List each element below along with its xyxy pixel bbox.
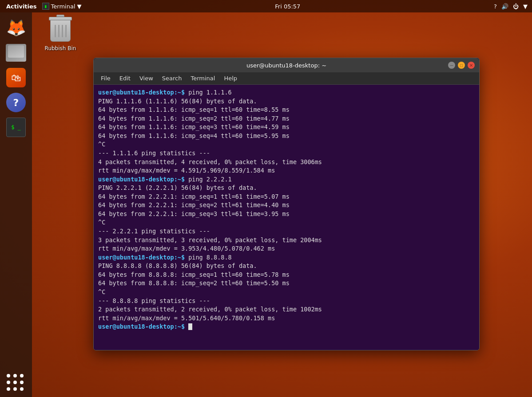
terminal-output-line: 64 bytes from 1.1.1.6: icmp_seq=1 ttl=60… xyxy=(98,106,475,114)
terminal-prompt: user@ubuntu18-desktop:~$ xyxy=(98,176,188,183)
terminal-output-line: --- 2.2.2.1 ping statistics --- xyxy=(98,227,475,236)
terminal-output-line: 64 bytes from 2.2.2.1: icmp_seq=3 ttl=61… xyxy=(98,210,475,219)
menu-search[interactable]: Search xyxy=(159,74,186,83)
desktop: Activities ▮ Terminal ▼ Fri 05:57 ? 🔊 ⏻ … xyxy=(0,0,532,397)
menu-terminal[interactable]: Terminal xyxy=(187,74,218,83)
menu-edit[interactable]: Edit xyxy=(116,74,134,83)
terminal-output-line: PING 1.1.1.6 (1.1.1.6) 56(84) bytes of d… xyxy=(98,97,475,106)
sidebar-item-firefox[interactable]: 🦊 xyxy=(5,17,27,39)
menu-file[interactable]: File xyxy=(97,74,114,83)
terminal-cursor xyxy=(188,323,192,330)
terminal-taskbar-icon: ▮ xyxy=(42,3,49,10)
terminal-titlebar: user@ubuntu18-desktop: ~ ─ □ ✕ xyxy=(94,58,479,72)
firefox-icon: 🦊 xyxy=(6,19,26,37)
menu-view[interactable]: View xyxy=(136,74,157,83)
topbar-left: Activities ▮ Terminal ▼ xyxy=(4,3,82,10)
terminal-output-line: 64 bytes from 1.1.1.6: icmp_seq=4 ttl=60… xyxy=(98,132,475,141)
terminal-output-line: 3 packets transmitted, 3 received, 0% pa… xyxy=(98,236,475,245)
bin-line-3 xyxy=(62,25,63,37)
sidebar-item-help[interactable]: ? xyxy=(5,91,27,114)
topbar: Activities ▮ Terminal ▼ Fri 05:57 ? 🔊 ⏻ … xyxy=(0,0,532,12)
terminal-output-line: PING 8.8.8.8 (8.8.8.8) 56(84) bytes of d… xyxy=(98,262,475,271)
sound-icon[interactable]: 🔊 xyxy=(501,3,508,10)
terminal-output-line: 64 bytes from 2.2.2.1: icmp_seq=1 ttl=61… xyxy=(98,193,475,201)
terminal-output-line: 4 packets transmitted, 4 received, 0% pa… xyxy=(98,158,475,167)
terminal-output-line: --- 1.1.1.6 ping statistics --- xyxy=(98,149,475,158)
terminal-output-line: rtt min/avg/max/mdev = 4.591/5.969/8.559… xyxy=(98,166,475,175)
menu-help[interactable]: Help xyxy=(220,74,241,83)
terminal-output-line: 64 bytes from 1.1.1.6: icmp_seq=2 ttl=60… xyxy=(98,114,475,123)
bin-line-1 xyxy=(55,25,56,37)
dot-2 xyxy=(13,374,17,377)
dot-7 xyxy=(7,387,10,391)
power-icon[interactable]: ⏻ xyxy=(513,3,519,10)
terminal-output-line: 64 bytes from 8.8.8.8: icmp_seq=1 ttl=60… xyxy=(98,271,475,279)
terminal-output-line: 64 bytes from 2.2.2.1: icmp_seq=2 ttl=61… xyxy=(98,201,475,210)
terminal-output-line: 2 packets transmitted, 2 received, 0% pa… xyxy=(98,305,475,314)
terminal-menubar: File Edit View Search Terminal Help xyxy=(94,72,479,85)
dot-8 xyxy=(13,387,17,391)
terminal-window: user@ubuntu18-desktop: ~ ─ □ ✕ File Edit… xyxy=(93,58,480,350)
terminal-output-line: rtt min/avg/max/mdev = 5.501/5.640/5.780… xyxy=(98,314,475,323)
rubbish-bin-icon[interactable]: Rubbish Bin xyxy=(43,17,78,51)
bin-lid xyxy=(49,17,72,20)
help-icon: ? xyxy=(6,93,26,112)
bin-lid-handle xyxy=(56,15,64,17)
activities-button[interactable]: Activities xyxy=(4,3,39,10)
bin-graphic xyxy=(48,17,72,43)
terminal-output-line: 64 bytes from 1.1.1.6: icmp_seq=3 ttl=60… xyxy=(98,123,475,132)
terminal-dock-icon: $ _ xyxy=(6,118,26,137)
bin-line-4 xyxy=(65,25,67,37)
bin-line-2 xyxy=(58,25,60,37)
terminal-output-line: rtt min/avg/max/mdev = 3.953/4.480/5.078… xyxy=(98,244,475,253)
terminal-output-line: ^C xyxy=(98,140,475,149)
question-icon[interactable]: ? xyxy=(494,3,497,10)
terminal-taskbar-arrow: ▼ xyxy=(77,3,82,10)
terminal-command: ping 1.1.1.6 xyxy=(188,89,232,96)
dot-1 xyxy=(7,374,10,377)
dot-3 xyxy=(20,374,24,377)
terminal-output-line: ^C xyxy=(98,218,475,227)
terminal-taskbar-label: Terminal xyxy=(51,3,75,10)
sidebar-dock: 🦊 🛍 ? $ _ xyxy=(0,12,32,397)
rubbish-bin-label: Rubbish Bin xyxy=(45,45,76,51)
maximize-button[interactable]: □ xyxy=(458,62,465,69)
dot-5 xyxy=(13,381,17,384)
terminal-command: ping 8.8.8.8 xyxy=(188,254,232,261)
terminal-taskbar-item[interactable]: ▮ Terminal ▼ xyxy=(42,3,82,10)
terminal-content[interactable]: user@ubuntu18-desktop:~$ ping 1.1.1.6PIN… xyxy=(94,85,479,350)
sidebar-item-terminal[interactable]: $ _ xyxy=(5,116,27,138)
close-button[interactable]: ✕ xyxy=(468,62,475,69)
show-applications-button[interactable] xyxy=(6,373,26,393)
files-icon xyxy=(6,44,26,62)
terminal-prompt-active: user@ubuntu18-desktop:~$ xyxy=(98,323,188,330)
minimize-button[interactable]: ─ xyxy=(448,62,455,69)
dot-6 xyxy=(20,381,24,384)
terminal-prompt: user@ubuntu18-desktop:~$ xyxy=(98,254,188,261)
terminal-command: ping 2.2.2.1 xyxy=(188,176,232,183)
bin-body xyxy=(50,20,71,42)
system-menu-arrow[interactable]: ▼ xyxy=(523,3,528,10)
sidebar-item-files[interactable] xyxy=(5,42,27,64)
terminal-output-line: --- 8.8.8.8 ping statistics --- xyxy=(98,297,475,306)
dot-4 xyxy=(7,381,10,384)
terminal-output-line: PING 2.2.2.1 (2.2.2.1) 56(84) bytes of d… xyxy=(98,184,475,193)
terminal-output-line: 64 bytes from 8.8.8.8: icmp_seq=2 ttl=60… xyxy=(98,279,475,288)
software-icon: 🛍 xyxy=(6,68,26,87)
terminal-window-title: user@ubuntu18-desktop: ~ xyxy=(125,62,448,69)
sidebar-item-software[interactable]: 🛍 xyxy=(5,67,27,89)
dot-9 xyxy=(20,387,24,391)
terminal-prompt: user@ubuntu18-desktop:~$ xyxy=(98,89,188,96)
bin-lines xyxy=(55,25,67,37)
topbar-clock: Fri 05:57 xyxy=(275,3,300,10)
terminal-output-line: ^C xyxy=(98,288,475,297)
titlebar-controls: ─ □ ✕ xyxy=(448,62,475,69)
topbar-right: ? 🔊 ⏻ ▼ xyxy=(494,3,528,10)
